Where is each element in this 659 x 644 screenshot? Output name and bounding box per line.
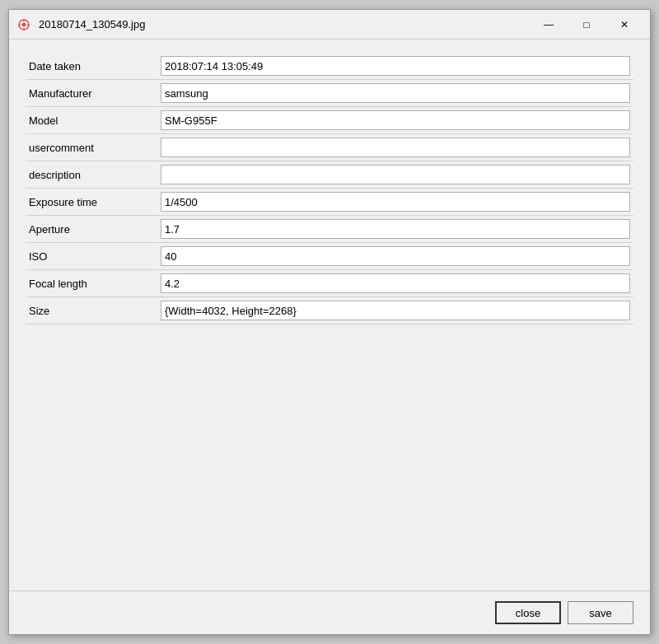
field-input-usercomment[interactable] [161,138,630,157]
field-value-cell [157,243,633,270]
field-value-cell [157,270,633,297]
field-value-cell [157,216,633,243]
field-value-cell [157,297,633,324]
table-row: Model [26,107,633,134]
save-button[interactable]: save [568,601,633,624]
field-input-manufacturer[interactable] [161,83,630,103]
field-label: usercomment [26,134,157,161]
table-row: Manufacturer [26,80,633,107]
window-close-button[interactable]: ✕ [605,10,643,40]
field-label: Date taken [26,53,157,80]
field-value-cell [157,134,633,161]
field-input-date-taken[interactable] [161,56,630,76]
table-row: usercomment [26,134,633,161]
field-input-focal-length[interactable] [161,273,630,293]
field-input-size[interactable] [161,301,630,320]
table-row: Date taken [26,53,633,80]
footer: close save [9,590,650,634]
field-input-aperture[interactable] [161,219,630,239]
content-area: Date takenManufacturerModelusercommentde… [9,40,650,590]
field-label: Model [26,107,157,134]
table-row: ISO [26,243,633,270]
field-label: Manufacturer [26,80,157,107]
svg-point-1 [22,22,26,26]
table-row: Size [26,297,633,324]
window-title: 20180714_130549.jpg [39,18,530,30]
main-window: 20180714_130549.jpg — □ ✕ Date takenManu… [8,9,651,635]
field-input-iso[interactable] [161,246,630,266]
field-label: Exposure time [26,189,157,216]
window-controls: — □ ✕ [530,10,643,40]
field-value-cell [157,80,633,107]
table-row: Aperture [26,216,633,243]
maximize-button[interactable]: □ [568,10,605,40]
field-value-cell [157,161,633,189]
field-value-cell [157,107,633,134]
close-button[interactable]: close [495,601,561,624]
minimize-button[interactable]: — [530,10,568,40]
field-label: Size [26,297,157,324]
field-label: Aperture [26,216,157,243]
title-bar: 20180714_130549.jpg — □ ✕ [9,10,650,40]
field-label: description [26,161,157,189]
field-label: Focal length [26,270,157,297]
table-row: Focal length [26,270,633,297]
app-icon [16,16,32,33]
field-value-cell [157,53,633,80]
field-input-description[interactable] [161,165,630,184]
field-input-model[interactable] [161,110,630,130]
field-value-cell [157,189,633,216]
field-input-exposure-time[interactable] [161,192,630,212]
table-row: description [26,161,633,189]
metadata-table: Date takenManufacturerModelusercommentde… [26,53,633,324]
table-row: Exposure time [26,189,633,216]
field-label: ISO [26,243,157,270]
